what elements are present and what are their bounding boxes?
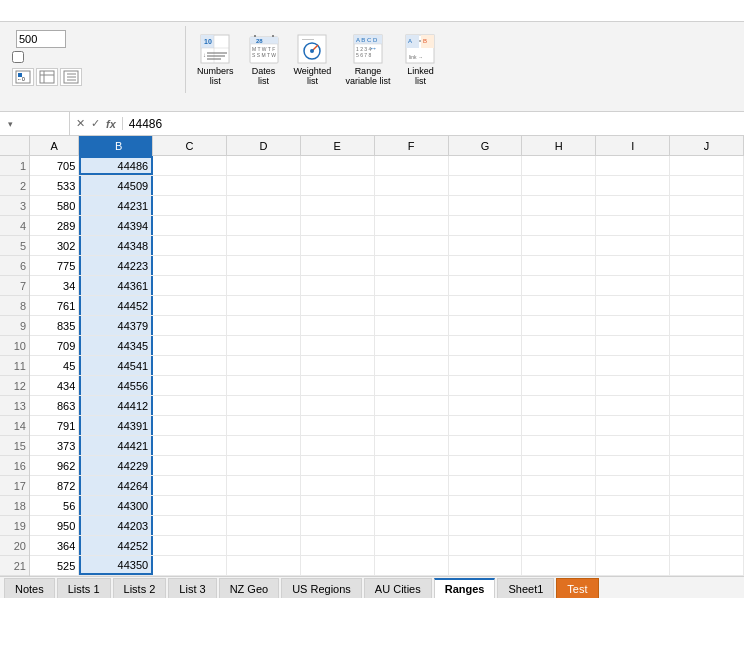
col-header-g[interactable]: G	[449, 136, 523, 156]
cell-d-21[interactable]	[227, 556, 301, 575]
cell-j-12[interactable]	[670, 376, 744, 395]
cell-g-9[interactable]	[449, 316, 523, 335]
cell-j-10[interactable]	[670, 336, 744, 355]
cell-c-18[interactable]	[153, 496, 227, 515]
sheet-tab-test[interactable]: Test	[556, 578, 598, 598]
cell-f-12[interactable]	[375, 376, 449, 395]
cell-d-13[interactable]	[227, 396, 301, 415]
cell-a-8[interactable]: 761	[30, 296, 79, 315]
cell-f-5[interactable]	[375, 236, 449, 255]
cell-h-11[interactable]	[522, 356, 596, 375]
cell-e-4[interactable]	[301, 216, 375, 235]
cell-b-1[interactable]: 44486	[79, 156, 153, 175]
cell-f-19[interactable]	[375, 516, 449, 535]
cell-a-11[interactable]: 45	[30, 356, 79, 375]
cell-j-11[interactable]	[670, 356, 744, 375]
cell-j-3[interactable]	[670, 196, 744, 215]
cell-f-2[interactable]	[375, 176, 449, 195]
col-header-e[interactable]: E	[301, 136, 375, 156]
sheet-tab-au-cities[interactable]: AU Cities	[364, 578, 432, 598]
cell-b-11[interactable]: 44541	[79, 356, 153, 375]
cell-a-17[interactable]: 872	[30, 476, 79, 495]
cell-c-4[interactable]	[153, 216, 227, 235]
cell-e-15[interactable]	[301, 436, 375, 455]
cell-d-8[interactable]	[227, 296, 301, 315]
cell-c-12[interactable]	[153, 376, 227, 395]
menu-view[interactable]	[112, 9, 128, 13]
cell-e-9[interactable]	[301, 316, 375, 335]
cell-c-19[interactable]	[153, 516, 227, 535]
cell-b-20[interactable]: 44252	[79, 536, 153, 555]
cell-c-8[interactable]	[153, 296, 227, 315]
cell-i-15[interactable]	[596, 436, 670, 455]
cell-c-1[interactable]	[153, 156, 227, 175]
unique-items-checkbox[interactable]	[12, 51, 24, 63]
cell-f-3[interactable]	[375, 196, 449, 215]
cell-e-13[interactable]	[301, 396, 375, 415]
menu-more[interactable]	[160, 9, 176, 13]
cell-a-9[interactable]: 835	[30, 316, 79, 335]
cell-g-21[interactable]	[449, 556, 523, 575]
cell-h-12[interactable]	[522, 376, 596, 395]
cell-e-1[interactable]	[301, 156, 375, 175]
menu-insert[interactable]	[32, 9, 48, 13]
cell-d-6[interactable]	[227, 256, 301, 275]
col-header-c[interactable]: C	[153, 136, 227, 156]
cell-b-9[interactable]: 44379	[79, 316, 153, 335]
cell-b-16[interactable]: 44229	[79, 456, 153, 475]
cell-i-3[interactable]	[596, 196, 670, 215]
cell-e-11[interactable]	[301, 356, 375, 375]
rows-input[interactable]	[16, 30, 66, 48]
cell-g-18[interactable]	[449, 496, 523, 515]
cell-d-3[interactable]	[227, 196, 301, 215]
cell-i-21[interactable]	[596, 556, 670, 575]
cell-i-17[interactable]	[596, 476, 670, 495]
cell-f-10[interactable]	[375, 336, 449, 355]
cell-a-14[interactable]: 791	[30, 416, 79, 435]
cell-i-18[interactable]	[596, 496, 670, 515]
cell-d-7[interactable]	[227, 276, 301, 295]
cell-f-14[interactable]	[375, 416, 449, 435]
cell-i-2[interactable]	[596, 176, 670, 195]
cell-j-2[interactable]	[670, 176, 744, 195]
cell-d-16[interactable]	[227, 456, 301, 475]
col-header-j[interactable]: J	[670, 136, 744, 156]
cell-f-1[interactable]	[375, 156, 449, 175]
cell-d-19[interactable]	[227, 516, 301, 535]
cell-c-21[interactable]	[153, 556, 227, 575]
cell-d-11[interactable]	[227, 356, 301, 375]
sheet-tab-nz-geo[interactable]: NZ Geo	[219, 578, 280, 598]
cell-a-18[interactable]: 56	[30, 496, 79, 515]
cell-f-6[interactable]	[375, 256, 449, 275]
cell-b-13[interactable]: 44412	[79, 396, 153, 415]
cell-a-5[interactable]: 302	[30, 236, 79, 255]
cell-g-8[interactable]	[449, 296, 523, 315]
cell-f-20[interactable]	[375, 536, 449, 555]
menu-page-layout[interactable]	[48, 9, 64, 13]
cell-g-15[interactable]	[449, 436, 523, 455]
cell-h-16[interactable]	[522, 456, 596, 475]
linked-list-button[interactable]: A B link → Linkedlist	[399, 30, 441, 90]
cell-i-9[interactable]	[596, 316, 670, 335]
cell-b-7[interactable]: 44361	[79, 276, 153, 295]
cell-i-12[interactable]	[596, 376, 670, 395]
cell-e-7[interactable]	[301, 276, 375, 295]
cell-g-4[interactable]	[449, 216, 523, 235]
cell-e-14[interactable]	[301, 416, 375, 435]
cell-d-5[interactable]	[227, 236, 301, 255]
cell-j-18[interactable]	[670, 496, 744, 515]
cell-c-2[interactable]	[153, 176, 227, 195]
cell-c-7[interactable]	[153, 276, 227, 295]
cell-h-2[interactable]	[522, 176, 596, 195]
cell-h-7[interactable]	[522, 276, 596, 295]
cell-f-17[interactable]	[375, 476, 449, 495]
menu-file[interactable]	[0, 9, 16, 13]
cell-j-17[interactable]	[670, 476, 744, 495]
cell-h-19[interactable]	[522, 516, 596, 535]
cell-j-21[interactable]	[670, 556, 744, 575]
cell-b-8[interactable]: 44452	[79, 296, 153, 315]
cell-j-19[interactable]	[670, 516, 744, 535]
cell-a-12[interactable]: 434	[30, 376, 79, 395]
cell-j-7[interactable]	[670, 276, 744, 295]
cell-e-20[interactable]	[301, 536, 375, 555]
